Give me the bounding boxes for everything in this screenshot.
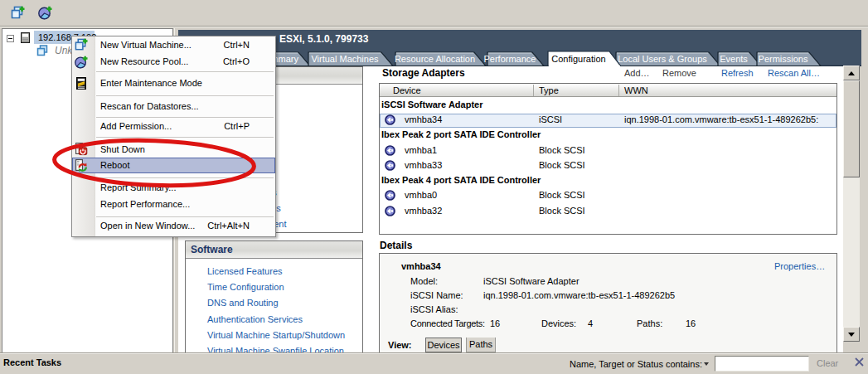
svg-text:Resource Allocation: Resource Allocation	[395, 54, 475, 64]
svg-text:Performance: Performance	[484, 54, 536, 64]
svg-text:Local Users & Groups: Local Users & Groups	[618, 54, 707, 64]
svg-text:Configuration: Configuration	[551, 54, 605, 64]
svg-text:Events: Events	[720, 54, 748, 64]
svg-text:Permissions: Permissions	[759, 54, 808, 64]
svg-text:Virtual Machines: Virtual Machines	[311, 54, 379, 64]
